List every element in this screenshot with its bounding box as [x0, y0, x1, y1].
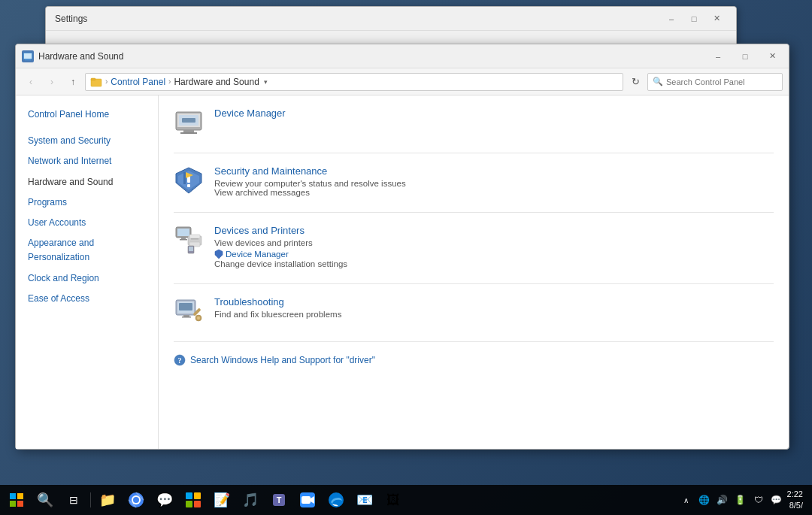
- fix-bluescreen-link[interactable]: Find and fix bluescreen problems: [214, 310, 774, 319]
- settings-minimize-btn[interactable]: –: [661, 11, 682, 26]
- start-button[interactable]: [3, 486, 30, 513]
- refresh-button[interactable]: ↻: [626, 73, 644, 91]
- taskbar-app-windows-store[interactable]: [180, 486, 207, 513]
- device-manager-link-text[interactable]: Device Manager: [226, 250, 289, 259]
- nav-ease-access[interactable]: Ease of Access: [16, 289, 158, 309]
- taskbar-app-mail[interactable]: 📧: [351, 486, 378, 513]
- search-input[interactable]: [666, 77, 777, 86]
- cp-maximize-btn[interactable]: □: [735, 49, 756, 64]
- taskbar-clock[interactable]: 2:22 8/5/: [787, 489, 803, 512]
- nav-hardware-sound[interactable]: Hardware and Sound: [16, 172, 158, 192]
- svg-text:?: ?: [178, 356, 182, 365]
- security-maintenance-icon: [174, 165, 204, 195]
- clock-date: 8/5/: [787, 500, 803, 511]
- cp-toolbar: ‹ › ↑ › Control Panel › Hardware and Sou…: [16, 68, 789, 95]
- search-taskbar-button[interactable]: 🔍: [32, 486, 59, 513]
- security-maintenance-title[interactable]: Security and Maintenance: [214, 165, 774, 177]
- cp-titlebar: Hardware and Sound – □ ✕: [16, 44, 789, 68]
- cp-nav: Control Panel Home System and Security N…: [16, 95, 159, 449]
- divider-2: [174, 212, 774, 213]
- svg-rect-46: [194, 492, 201, 499]
- breadcrumb-sep0: ›: [105, 77, 108, 86]
- cp-close-btn[interactable]: ✕: [762, 49, 783, 64]
- troubleshooting-title[interactable]: Troubleshooting: [214, 296, 774, 307]
- store-icon: [185, 492, 201, 508]
- nav-network-internet[interactable]: Network and Internet: [16, 151, 158, 171]
- zoom-icon: [299, 492, 316, 508]
- taskbar-separator-1: [90, 492, 91, 507]
- taskbar-app-photos[interactable]: 🖼: [380, 486, 407, 513]
- divider-4: [174, 341, 774, 342]
- svg-point-35: [197, 317, 200, 320]
- svg-text:T: T: [277, 495, 282, 504]
- svg-rect-47: [186, 501, 192, 507]
- address-bar: › Control Panel › Hardware and Sound ▾: [85, 73, 623, 91]
- task-view-button[interactable]: ⊟: [60, 486, 87, 513]
- taskbar-app-zoom[interactable]: [294, 486, 321, 513]
- taskbar-app-file-explorer[interactable]: 📁: [94, 486, 121, 513]
- nav-control-panel-home[interactable]: Control Panel Home: [16, 105, 158, 125]
- devices-printers-text: Devices and Printers View devices and pr…: [214, 225, 774, 268]
- svg-rect-18: [177, 229, 189, 236]
- troubleshooting-icon: [174, 296, 204, 326]
- security-maintenance-text: Security and Maintenance Review your com…: [214, 165, 774, 197]
- up-button[interactable]: ↑: [64, 73, 82, 91]
- nav-appearance[interactable]: Appearance andPersonalization: [16, 233, 158, 268]
- cp-window-icon: [22, 50, 34, 62]
- svg-rect-26: [189, 247, 193, 251]
- troubleshooting-section: Troubleshooting Find and fix bluescreen …: [174, 296, 774, 326]
- svg-rect-1: [25, 59, 31, 61]
- svg-rect-10: [182, 118, 195, 123]
- chevron-tray-icon[interactable]: ∧: [679, 492, 694, 507]
- network-icon[interactable]: 🌐: [697, 492, 712, 507]
- address-chevron-icon[interactable]: ▾: [264, 78, 268, 86]
- nav-user-accounts[interactable]: User Accounts: [16, 213, 158, 233]
- svg-rect-24: [191, 238, 198, 240]
- svg-rect-4: [91, 78, 95, 80]
- settings-maximize-btn[interactable]: □: [683, 11, 704, 26]
- folder-icon: [90, 76, 102, 88]
- breadcrumb-current: Hardware and Sound: [174, 77, 259, 87]
- help-link-text[interactable]: Search Windows Help and Support for "dri…: [190, 355, 375, 365]
- action-center-icon[interactable]: 💬: [769, 492, 784, 507]
- svg-marker-27: [215, 250, 223, 259]
- shield-icon: [214, 249, 223, 259]
- nav-clock-region[interactable]: Clock and Region: [16, 268, 158, 289]
- taskbar-app-teams[interactable]: T: [265, 486, 292, 513]
- taskbar-app-stickysnotes[interactable]: 📝: [208, 486, 235, 513]
- taskbar-app-chrome[interactable]: [123, 486, 150, 513]
- svg-rect-8: [183, 130, 194, 132]
- breadcrumb-cp[interactable]: Control Panel: [111, 77, 165, 87]
- review-status-link[interactable]: Review your computer's status and resolv…: [214, 179, 774, 188]
- breadcrumb-sep1: ›: [168, 77, 171, 86]
- security-tray-icon[interactable]: 🛡: [751, 492, 766, 507]
- windows-logo-icon: [9, 492, 24, 507]
- taskbar-app-spotify[interactable]: 🎵: [237, 486, 264, 513]
- device-manager-title[interactable]: Device Manager: [214, 108, 774, 119]
- taskbar-app-edge[interactable]: [323, 486, 350, 513]
- view-devices-link[interactable]: View devices and printers: [214, 238, 774, 247]
- nav-system-security[interactable]: System and Security: [16, 131, 158, 151]
- settings-close-btn[interactable]: ✕: [706, 11, 727, 26]
- windows-help-link[interactable]: ? Search Windows Help and Support for "d…: [174, 354, 774, 366]
- divider-1: [174, 153, 774, 153]
- devices-printers-title[interactable]: Devices and Printers: [214, 225, 774, 236]
- device-manager-shield-link[interactable]: Device Manager: [214, 249, 774, 259]
- settings-titlebar: Settings – □ ✕: [46, 7, 736, 31]
- taskbar-app-chat[interactable]: 💬: [151, 486, 178, 513]
- battery-icon[interactable]: 🔋: [733, 492, 748, 507]
- view-archived-link[interactable]: View archived messages: [214, 188, 774, 197]
- svg-point-44: [133, 497, 139, 503]
- nav-programs[interactable]: Programs: [16, 192, 158, 213]
- svg-rect-15: [183, 172, 186, 184]
- svg-rect-14: [187, 184, 190, 187]
- sound-icon[interactable]: 🔊: [715, 492, 730, 507]
- desktop: Settings – □ ✕ Hardware and Sound – □ ✕ …: [0, 0, 812, 515]
- svg-rect-9: [180, 132, 197, 134]
- cp-minimize-btn[interactable]: –: [707, 49, 729, 64]
- change-device-link[interactable]: Change device installation settings: [214, 259, 774, 268]
- chrome-icon: [128, 492, 144, 508]
- back-button[interactable]: ‹: [22, 73, 40, 91]
- forward-button[interactable]: ›: [43, 73, 61, 91]
- clock-time: 2:22: [787, 489, 803, 500]
